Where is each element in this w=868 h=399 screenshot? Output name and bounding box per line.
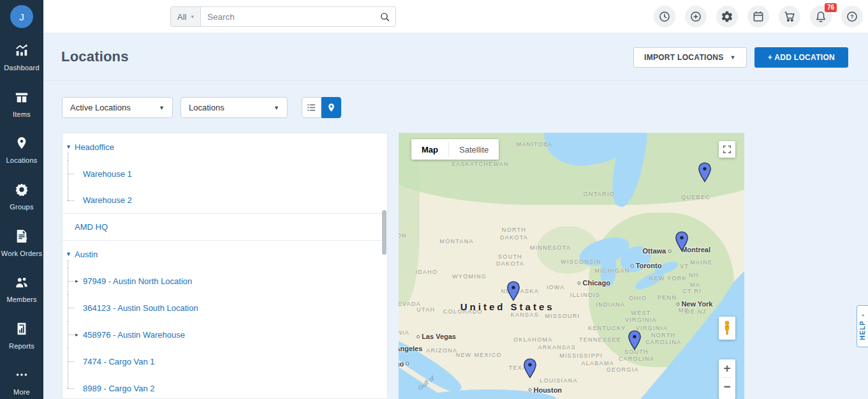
- expand-toggle-icon[interactable]: ▸: [75, 278, 82, 284]
- state-label-new-mexico: NEW MEXICO: [456, 352, 502, 359]
- members-icon: [15, 275, 29, 292]
- city-label-new-york: New York: [676, 300, 712, 308]
- sidebar-item-label: Members: [6, 296, 36, 304]
- work-orders-icon: [15, 229, 29, 246]
- sidebar-item-members[interactable]: Members: [0, 275, 43, 304]
- state-label-oklahoma: OKLAHOMA: [513, 336, 552, 343]
- map-pin-4[interactable]: [628, 330, 642, 353]
- state-label-indiana: INDIANA: [596, 301, 625, 308]
- tree-item-link[interactable]: Warehouse 1: [83, 169, 132, 179]
- add-location-button[interactable]: + ADD LOCATION: [754, 47, 848, 68]
- sidebar-item-groups[interactable]: Groups: [0, 183, 43, 211]
- tree-item-364123-austin-south-location[interactable]: 364123 - Austin South Location: [63, 294, 387, 321]
- zoom-out-button[interactable]: −: [719, 378, 735, 396]
- filter-row: Active Locations ▼ Locations ▼: [62, 97, 341, 118]
- import-locations-button[interactable]: IMPORT LOCATIONS ▼: [633, 47, 747, 68]
- map-canvas[interactable]: MANITOBASASKATCHEWANONTARIOQUEBECMONTANA…: [399, 133, 744, 399]
- user-avatar[interactable]: J: [10, 5, 33, 28]
- chevron-down-icon: ▾: [191, 13, 194, 20]
- page-header: Locations IMPORT LOCATIONS ▼ + ADD LOCAT…: [43, 33, 868, 81]
- zoom-in-button[interactable]: +: [719, 359, 735, 377]
- tree-item-458976-austin-warehouse[interactable]: ▸458976 - Austin Warehouse: [63, 321, 387, 348]
- history-button[interactable]: [654, 6, 675, 27]
- collapse-toggle-icon[interactable]: ▼: [66, 144, 73, 150]
- content: Locations IMPORT LOCATIONS ▼ + ADD LOCAT…: [43, 33, 868, 399]
- add-icon: [689, 10, 702, 23]
- tree-connector: [68, 187, 75, 213]
- notifications-button[interactable]: 76: [810, 6, 832, 27]
- tree-item-link[interactable]: 97949 - Austin North Location: [83, 276, 192, 286]
- city-dot: [528, 388, 531, 391]
- tree-item-link[interactable]: Headoffice: [75, 142, 114, 152]
- city-dot: [578, 282, 581, 285]
- tree-item-amd-hq[interactable]: AMD HQ: [63, 214, 387, 241]
- tree-item-warehouse-1[interactable]: Warehouse 1: [63, 160, 387, 187]
- city-dot: [416, 335, 420, 338]
- tree-connector: [68, 321, 75, 348]
- city-name: Angeles: [399, 345, 422, 352]
- list-view-button[interactable]: [302, 97, 321, 118]
- status-filter-value: Active Locations: [70, 103, 131, 112]
- help-tab-label: HELP: [859, 320, 866, 340]
- tree-item-97949-austin-north-location[interactable]: ▸97949 - Austin North Location: [63, 267, 387, 294]
- city-dot: [631, 264, 634, 267]
- sidebar-item-items[interactable]: Items: [0, 90, 43, 119]
- city-dot: [668, 250, 671, 253]
- tree-item-link[interactable]: Warehouse 2: [83, 195, 132, 205]
- settings-button[interactable]: [716, 6, 738, 27]
- map-pin-2[interactable]: [675, 231, 688, 254]
- tree-item-warehouse-2[interactable]: Warehouse 2: [63, 187, 387, 214]
- tree-item-link[interactable]: AMD HQ: [75, 222, 108, 232]
- state-label-michigan: MICHIGAN: [594, 267, 629, 275]
- settings-icon: [721, 10, 733, 23]
- sidebar-item-work-orders[interactable]: Work Orders: [0, 229, 43, 258]
- add-button[interactable]: [685, 6, 707, 27]
- map-view-button[interactable]: [321, 97, 341, 118]
- tree-item-austin[interactable]: ▼Austin: [63, 241, 387, 267]
- pegman-button[interactable]: [719, 317, 735, 340]
- tree-item-link[interactable]: 364123 - Austin South Location: [83, 303, 198, 313]
- map-pin-3[interactable]: [506, 281, 520, 304]
- city-name: Las Vegas: [422, 333, 456, 340]
- sidebar-item-reports[interactable]: Reports: [0, 322, 43, 350]
- search-input[interactable]: [201, 12, 374, 22]
- expand-toggle-icon[interactable]: ▸: [75, 331, 82, 338]
- location-status-filter[interactable]: Active Locations ▼: [62, 97, 173, 118]
- tree-item-link[interactable]: 8989 - Cargo Van 2: [83, 384, 155, 393]
- state-label-georgia: GEORGIA: [607, 366, 639, 373]
- map-type-map-button[interactable]: Map: [411, 139, 448, 160]
- state-label-montana: MONTANA: [439, 238, 473, 245]
- search-icon[interactable]: [374, 11, 395, 22]
- city-label-las-vegas: Las Vegas: [416, 333, 456, 340]
- map-type-satellite-button[interactable]: Satellite: [449, 139, 499, 160]
- tree-item-7474-cargo-van-1[interactable]: 7474 - Cargo Van 1: [63, 348, 387, 375]
- map-type-control: Map Satellite: [411, 139, 499, 160]
- tree-scrollbar[interactable]: [382, 210, 386, 255]
- topbar-actions: 76?: [654, 6, 863, 27]
- help-tab[interactable]: ◂ HELP: [857, 305, 868, 347]
- state-label-louisiana: LOUISIANA: [540, 377, 578, 384]
- sidebar-item-locations[interactable]: Locations: [0, 136, 43, 165]
- map-pin-5[interactable]: [523, 358, 536, 381]
- tree-item-link[interactable]: 458976 - Austin Warehouse: [83, 330, 185, 340]
- city-label-houston: Houston: [528, 386, 562, 394]
- help-button[interactable]: ?: [841, 6, 863, 27]
- collapse-toggle-icon[interactable]: ▼: [66, 251, 73, 257]
- search-scope-dropdown[interactable]: All ▾: [171, 7, 201, 26]
- map-pin-1[interactable]: [698, 162, 712, 185]
- zoom-control: + −: [719, 359, 735, 399]
- locations-tree: ▼HeadofficeWarehouse 1Warehouse 2AMD HQ▼…: [63, 133, 387, 399]
- tree-item-8989-cargo-van-2[interactable]: 8989 - Cargo Van 2: [63, 375, 387, 399]
- sidebar-item-dashboard[interactable]: Dashboard: [0, 43, 43, 72]
- tree-item-link[interactable]: Austin: [75, 250, 98, 259]
- calendar-button[interactable]: [747, 6, 769, 27]
- tree-item-headoffice[interactable]: ▼Headoffice: [63, 133, 387, 160]
- city-label-chicago: Chicago: [578, 279, 610, 287]
- tree-item-link[interactable]: 7474 - Cargo Van 1: [83, 357, 155, 366]
- sidebar-item-more[interactable]: More: [0, 368, 43, 396]
- location-type-filter[interactable]: Locations ▼: [180, 97, 288, 118]
- state-label-illinois: ILLINOIS: [570, 292, 600, 299]
- cart-button[interactable]: [779, 6, 800, 27]
- fullscreen-button[interactable]: [719, 141, 735, 158]
- tree-connector: [68, 294, 75, 321]
